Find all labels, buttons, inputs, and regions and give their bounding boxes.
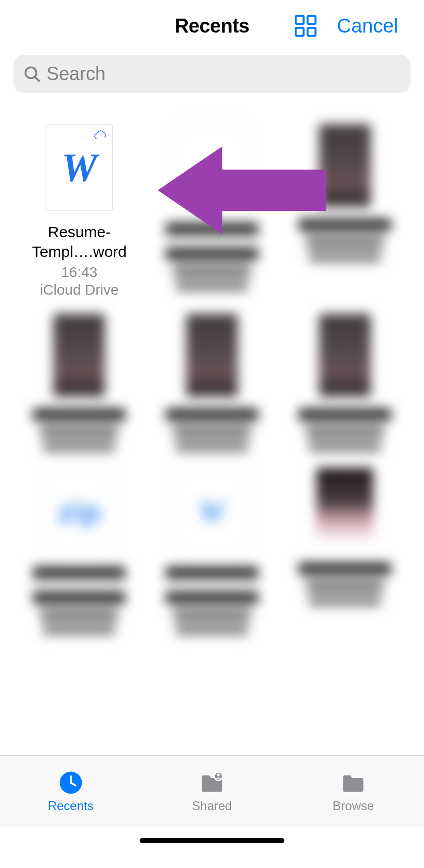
svg-rect-2 [296,28,304,36]
word-doc-icon: W [62,144,97,191]
home-indicator[interactable] [140,838,284,843]
file-item-blurred[interactable] [147,314,277,452]
header: Recents Cancel [0,0,424,52]
file-location: iCloud Drive [40,282,119,298]
file-thumbnail: zip [46,468,113,555]
file-item-blurred[interactable] [280,468,410,635]
file-item-blurred[interactable] [280,314,410,452]
file-item-blurred[interactable] [14,314,144,452]
files-grid: W Resume- Templ….word 16:43 iCloud Drive [0,98,424,635]
file-time: 16:43 [61,264,97,281]
tab-label: Shared [192,799,232,813]
shared-folder-icon [198,770,226,796]
cloud-icon [94,129,108,140]
header-actions: Cancel [294,14,398,38]
search-container [0,52,424,98]
file-thumbnail [316,468,373,551]
svg-rect-3 [308,28,315,36]
cancel-button[interactable]: Cancel [337,15,398,37]
svg-line-5 [35,77,39,81]
file-item-resume[interactable]: W Resume- Templ….word 16:43 iCloud Drive [14,124,144,298]
file-thumbnail [53,314,105,397]
file-thumbnail [319,314,371,397]
svg-rect-0 [296,16,304,24]
file-thumbnail: W [178,468,246,555]
file-name: Resume- Templ….word [20,222,139,261]
tab-shared[interactable]: Shared [160,770,264,813]
file-item-blurred[interactable] [147,124,277,298]
tab-recents[interactable]: Recents [19,770,123,813]
file-item-blurred[interactable]: W [147,468,277,635]
tab-label: Recents [48,799,94,813]
svg-point-8 [217,773,220,776]
file-thumbnail [319,124,371,207]
svg-rect-1 [308,16,315,24]
folder-icon [339,770,368,796]
file-item-blurred[interactable]: zip [14,468,144,635]
tab-label: Browse [332,799,374,813]
grid-view-icon[interactable] [294,14,317,38]
search-icon [23,65,41,83]
tab-bar: Recents Shared Browse [0,755,424,827]
search-bar[interactable] [13,55,411,93]
file-thumbnail [178,124,246,211]
tab-browse[interactable]: Browse [301,770,405,813]
search-input[interactable] [47,63,401,85]
file-item-blurred[interactable] [280,124,410,298]
page-title: Recents [175,15,249,37]
file-thumbnail: W [46,124,113,211]
clock-icon [56,770,85,796]
file-thumbnail [186,314,238,397]
